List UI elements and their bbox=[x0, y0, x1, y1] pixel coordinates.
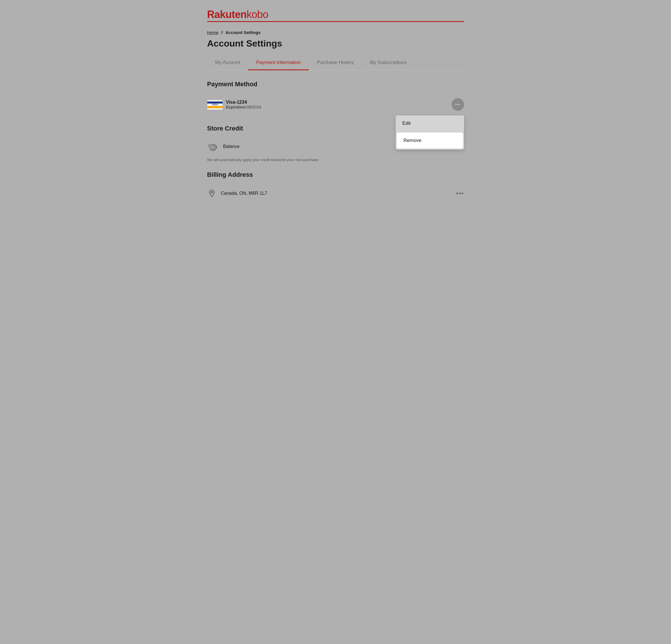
location-pin-icon bbox=[207, 189, 216, 198]
svg-rect-2 bbox=[207, 106, 223, 108]
card-name: Visa-1234 bbox=[226, 100, 452, 105]
expiry-label: Expiration: bbox=[226, 105, 247, 109]
payment-method-section: Payment Method VISA Visa-1234 Expiration… bbox=[207, 80, 464, 116]
svg-text:VISA: VISA bbox=[212, 103, 218, 106]
logo-text: Rakutenkobo bbox=[207, 9, 464, 21]
page-container: Rakutenkobo Home // Account Settings Acc… bbox=[207, 9, 464, 635]
logo-kobo: kobo bbox=[246, 9, 268, 20]
svg-rect-13 bbox=[214, 149, 215, 151]
credit-note: We will automatically apply your credit … bbox=[207, 158, 464, 162]
tab-purchase-history[interactable]: Purchase History bbox=[309, 56, 362, 70]
card-more-button[interactable]: ··· bbox=[452, 98, 464, 111]
payment-card-row: VISA Visa-1234 Expiration:08/2024 ··· Ed… bbox=[207, 94, 464, 116]
tab-my-subscriptions[interactable]: My Subscriptions bbox=[362, 56, 415, 70]
card-info: Visa-1234 Expiration:08/2024 bbox=[226, 100, 452, 109]
breadcrumb-home-link[interactable]: Home bbox=[207, 30, 219, 35]
svg-rect-12 bbox=[212, 149, 214, 151]
address-row: Canada, ON, M6R 1L7 ••• bbox=[207, 184, 464, 203]
breadcrumb-separator: // bbox=[221, 30, 223, 35]
tab-payment-information[interactable]: Payment Information bbox=[248, 56, 309, 70]
svg-point-8 bbox=[214, 146, 215, 146]
breadcrumb: Home // Account Settings bbox=[207, 30, 464, 35]
visa-logo-icon: VISA bbox=[207, 100, 221, 109]
dropdown-remove-item[interactable]: Remove bbox=[397, 133, 463, 149]
svg-rect-11 bbox=[211, 149, 212, 151]
svg-point-5 bbox=[215, 147, 217, 148]
card-dropdown-menu: Edit Remove bbox=[395, 115, 464, 150]
tabs: My Account Payment Information Purchase … bbox=[207, 56, 464, 70]
billing-address-title: Billing Address bbox=[207, 171, 464, 178]
svg-point-7 bbox=[216, 147, 217, 148]
expiry-value: 08/2024 bbox=[247, 105, 262, 109]
address-more-button[interactable]: ••• bbox=[456, 190, 464, 197]
store-credit-icon bbox=[207, 142, 219, 151]
card-expiry: Expiration:08/2024 bbox=[226, 105, 452, 109]
logo-underline bbox=[207, 21, 464, 22]
more-button-dots: ··· bbox=[455, 102, 460, 108]
logo-rakuten: Rakuten bbox=[207, 9, 247, 20]
svg-point-6 bbox=[216, 147, 216, 148]
payment-method-title: Payment Method bbox=[207, 80, 464, 88]
tab-my-account[interactable]: My Account bbox=[207, 56, 248, 70]
svg-point-14 bbox=[211, 191, 213, 193]
page-title: Account Settings bbox=[207, 38, 464, 49]
dropdown-edit-item[interactable]: Edit bbox=[395, 115, 464, 132]
breadcrumb-current: Account Settings bbox=[226, 30, 261, 35]
billing-address-section: Billing Address Canada, ON, M6R 1L7 ••• bbox=[207, 171, 464, 203]
address-text: Canada, ON, M6R 1L7 bbox=[221, 191, 456, 196]
logo[interactable]: Rakutenkobo bbox=[207, 9, 464, 22]
